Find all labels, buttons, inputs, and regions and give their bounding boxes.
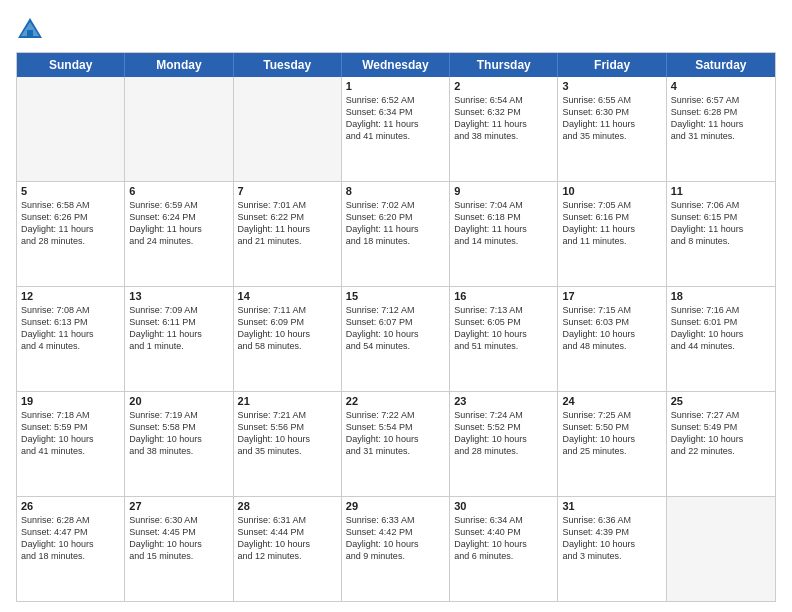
day-cell-2: 2Sunrise: 6:54 AMSunset: 6:32 PMDaylight… <box>450 77 558 181</box>
day-number: 5 <box>21 185 120 197</box>
day-info: Sunrise: 6:59 AMSunset: 6:24 PMDaylight:… <box>129 199 228 248</box>
day-number: 20 <box>129 395 228 407</box>
day-number: 16 <box>454 290 553 302</box>
day-info: Sunrise: 7:24 AMSunset: 5:52 PMDaylight:… <box>454 409 553 458</box>
day-info: Sunrise: 7:15 AMSunset: 6:03 PMDaylight:… <box>562 304 661 353</box>
day-cell-21: 21Sunrise: 7:21 AMSunset: 5:56 PMDayligh… <box>234 392 342 496</box>
day-info: Sunrise: 6:58 AMSunset: 6:26 PMDaylight:… <box>21 199 120 248</box>
day-number: 19 <box>21 395 120 407</box>
empty-cell <box>667 497 775 601</box>
day-info: Sunrise: 7:27 AMSunset: 5:49 PMDaylight:… <box>671 409 771 458</box>
day-number: 30 <box>454 500 553 512</box>
day-cell-11: 11Sunrise: 7:06 AMSunset: 6:15 PMDayligh… <box>667 182 775 286</box>
day-info: Sunrise: 7:01 AMSunset: 6:22 PMDaylight:… <box>238 199 337 248</box>
day-cell-23: 23Sunrise: 7:24 AMSunset: 5:52 PMDayligh… <box>450 392 558 496</box>
logo <box>16 16 48 44</box>
day-number: 8 <box>346 185 445 197</box>
day-info: Sunrise: 7:22 AMSunset: 5:54 PMDaylight:… <box>346 409 445 458</box>
calendar-row-4: 26Sunrise: 6:28 AMSunset: 4:47 PMDayligh… <box>17 496 775 601</box>
day-number: 29 <box>346 500 445 512</box>
day-cell-12: 12Sunrise: 7:08 AMSunset: 6:13 PMDayligh… <box>17 287 125 391</box>
day-number: 28 <box>238 500 337 512</box>
day-number: 14 <box>238 290 337 302</box>
day-cell-31: 31Sunrise: 6:36 AMSunset: 4:39 PMDayligh… <box>558 497 666 601</box>
day-number: 4 <box>671 80 771 92</box>
day-cell-26: 26Sunrise: 6:28 AMSunset: 4:47 PMDayligh… <box>17 497 125 601</box>
day-header-friday: Friday <box>558 53 666 77</box>
day-cell-14: 14Sunrise: 7:11 AMSunset: 6:09 PMDayligh… <box>234 287 342 391</box>
day-info: Sunrise: 6:31 AMSunset: 4:44 PMDaylight:… <box>238 514 337 563</box>
day-info: Sunrise: 6:54 AMSunset: 6:32 PMDaylight:… <box>454 94 553 143</box>
day-cell-9: 9Sunrise: 7:04 AMSunset: 6:18 PMDaylight… <box>450 182 558 286</box>
day-cell-28: 28Sunrise: 6:31 AMSunset: 4:44 PMDayligh… <box>234 497 342 601</box>
day-header-wednesday: Wednesday <box>342 53 450 77</box>
day-info: Sunrise: 7:16 AMSunset: 6:01 PMDaylight:… <box>671 304 771 353</box>
day-info: Sunrise: 7:06 AMSunset: 6:15 PMDaylight:… <box>671 199 771 248</box>
day-cell-16: 16Sunrise: 7:13 AMSunset: 6:05 PMDayligh… <box>450 287 558 391</box>
day-cell-19: 19Sunrise: 7:18 AMSunset: 5:59 PMDayligh… <box>17 392 125 496</box>
day-info: Sunrise: 6:30 AMSunset: 4:45 PMDaylight:… <box>129 514 228 563</box>
day-cell-27: 27Sunrise: 6:30 AMSunset: 4:45 PMDayligh… <box>125 497 233 601</box>
day-number: 17 <box>562 290 661 302</box>
calendar-body: 1Sunrise: 6:52 AMSunset: 6:34 PMDaylight… <box>17 77 775 601</box>
day-number: 25 <box>671 395 771 407</box>
day-number: 18 <box>671 290 771 302</box>
day-info: Sunrise: 7:11 AMSunset: 6:09 PMDaylight:… <box>238 304 337 353</box>
calendar-row-1: 5Sunrise: 6:58 AMSunset: 6:26 PMDaylight… <box>17 181 775 286</box>
day-info: Sunrise: 7:02 AMSunset: 6:20 PMDaylight:… <box>346 199 445 248</box>
day-info: Sunrise: 7:21 AMSunset: 5:56 PMDaylight:… <box>238 409 337 458</box>
day-number: 26 <box>21 500 120 512</box>
day-info: Sunrise: 7:05 AMSunset: 6:16 PMDaylight:… <box>562 199 661 248</box>
day-number: 21 <box>238 395 337 407</box>
day-info: Sunrise: 6:33 AMSunset: 4:42 PMDaylight:… <box>346 514 445 563</box>
day-number: 1 <box>346 80 445 92</box>
day-number: 10 <box>562 185 661 197</box>
empty-cell <box>234 77 342 181</box>
day-cell-5: 5Sunrise: 6:58 AMSunset: 6:26 PMDaylight… <box>17 182 125 286</box>
empty-cell <box>17 77 125 181</box>
day-cell-3: 3Sunrise: 6:55 AMSunset: 6:30 PMDaylight… <box>558 77 666 181</box>
day-cell-29: 29Sunrise: 6:33 AMSunset: 4:42 PMDayligh… <box>342 497 450 601</box>
day-info: Sunrise: 7:25 AMSunset: 5:50 PMDaylight:… <box>562 409 661 458</box>
day-info: Sunrise: 7:19 AMSunset: 5:58 PMDaylight:… <box>129 409 228 458</box>
calendar: SundayMondayTuesdayWednesdayThursdayFrid… <box>16 52 776 602</box>
day-cell-1: 1Sunrise: 6:52 AMSunset: 6:34 PMDaylight… <box>342 77 450 181</box>
day-number: 24 <box>562 395 661 407</box>
calendar-row-2: 12Sunrise: 7:08 AMSunset: 6:13 PMDayligh… <box>17 286 775 391</box>
day-info: Sunrise: 7:08 AMSunset: 6:13 PMDaylight:… <box>21 304 120 353</box>
day-cell-25: 25Sunrise: 7:27 AMSunset: 5:49 PMDayligh… <box>667 392 775 496</box>
day-number: 6 <box>129 185 228 197</box>
day-cell-7: 7Sunrise: 7:01 AMSunset: 6:22 PMDaylight… <box>234 182 342 286</box>
day-info: Sunrise: 6:55 AMSunset: 6:30 PMDaylight:… <box>562 94 661 143</box>
calendar-row-0: 1Sunrise: 6:52 AMSunset: 6:34 PMDaylight… <box>17 77 775 181</box>
day-info: Sunrise: 7:04 AMSunset: 6:18 PMDaylight:… <box>454 199 553 248</box>
day-cell-4: 4Sunrise: 6:57 AMSunset: 6:28 PMDaylight… <box>667 77 775 181</box>
day-info: Sunrise: 6:34 AMSunset: 4:40 PMDaylight:… <box>454 514 553 563</box>
svg-rect-2 <box>27 30 33 38</box>
day-cell-10: 10Sunrise: 7:05 AMSunset: 6:16 PMDayligh… <box>558 182 666 286</box>
day-cell-18: 18Sunrise: 7:16 AMSunset: 6:01 PMDayligh… <box>667 287 775 391</box>
day-header-tuesday: Tuesday <box>234 53 342 77</box>
day-number: 11 <box>671 185 771 197</box>
day-number: 13 <box>129 290 228 302</box>
day-info: Sunrise: 6:52 AMSunset: 6:34 PMDaylight:… <box>346 94 445 143</box>
day-number: 15 <box>346 290 445 302</box>
day-cell-24: 24Sunrise: 7:25 AMSunset: 5:50 PMDayligh… <box>558 392 666 496</box>
day-info: Sunrise: 7:13 AMSunset: 6:05 PMDaylight:… <box>454 304 553 353</box>
day-cell-20: 20Sunrise: 7:19 AMSunset: 5:58 PMDayligh… <box>125 392 233 496</box>
day-cell-15: 15Sunrise: 7:12 AMSunset: 6:07 PMDayligh… <box>342 287 450 391</box>
empty-cell <box>125 77 233 181</box>
day-number: 23 <box>454 395 553 407</box>
day-number: 7 <box>238 185 337 197</box>
day-number: 9 <box>454 185 553 197</box>
day-info: Sunrise: 6:28 AMSunset: 4:47 PMDaylight:… <box>21 514 120 563</box>
day-cell-8: 8Sunrise: 7:02 AMSunset: 6:20 PMDaylight… <box>342 182 450 286</box>
day-info: Sunrise: 6:57 AMSunset: 6:28 PMDaylight:… <box>671 94 771 143</box>
day-info: Sunrise: 7:09 AMSunset: 6:11 PMDaylight:… <box>129 304 228 353</box>
day-cell-30: 30Sunrise: 6:34 AMSunset: 4:40 PMDayligh… <box>450 497 558 601</box>
day-number: 12 <box>21 290 120 302</box>
day-info: Sunrise: 6:36 AMSunset: 4:39 PMDaylight:… <box>562 514 661 563</box>
day-number: 2 <box>454 80 553 92</box>
day-cell-17: 17Sunrise: 7:15 AMSunset: 6:03 PMDayligh… <box>558 287 666 391</box>
day-number: 3 <box>562 80 661 92</box>
